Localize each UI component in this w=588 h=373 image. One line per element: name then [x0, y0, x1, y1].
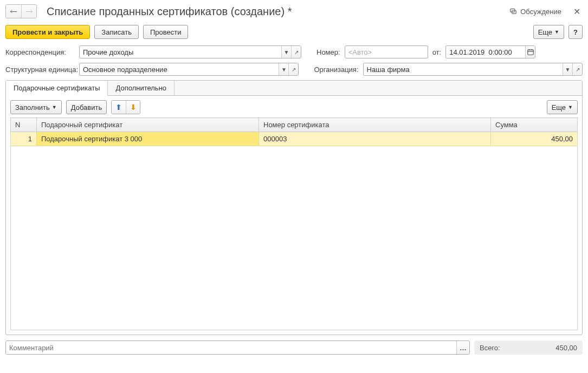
number-label: Номер:: [316, 48, 340, 56]
comment-input[interactable]: [6, 341, 456, 354]
add-button[interactable]: Добавить: [66, 100, 107, 114]
chevron-down-icon[interactable]: ▼: [563, 63, 572, 75]
open-ref-icon[interactable]: ↗: [291, 46, 301, 58]
cell-n[interactable]: 1: [11, 132, 37, 146]
table-row[interactable]: 1 Подарочный сертификат 3 000 000003 450…: [11, 132, 578, 146]
unit-input[interactable]: [80, 63, 279, 75]
move-up-button[interactable]: ⬆: [112, 101, 126, 114]
col-cert[interactable]: Подарочный сертификат: [37, 118, 259, 132]
date-input[interactable]: [446, 46, 525, 58]
total-box: Всего: 450,00: [474, 341, 583, 355]
grid-more-button[interactable]: Еще ▼: [547, 100, 578, 114]
more-button[interactable]: Еще ▼: [533, 25, 564, 39]
total-value: 450,00: [555, 344, 577, 352]
org-field[interactable]: ▼ ↗: [363, 63, 583, 76]
fill-button[interactable]: Заполнить ▼: [10, 100, 62, 114]
col-num[interactable]: Номер сертификата: [259, 118, 491, 132]
post-and-close-button[interactable]: Провести и закрыть: [5, 25, 90, 39]
ellipsis-icon[interactable]: …: [456, 341, 469, 354]
cell-sum[interactable]: 450,00: [491, 132, 578, 146]
tabs: Подарочные сертификаты Дополнительно: [6, 81, 582, 96]
move-row-buttons: ⬆ ⬇: [111, 100, 140, 114]
unit-label: Структурная единица:: [5, 66, 75, 74]
post-button[interactable]: Провести: [143, 25, 189, 39]
nav-buttons: 🡐 🡒: [5, 4, 37, 18]
help-button[interactable]: ?: [568, 25, 583, 39]
col-sum[interactable]: Сумма: [491, 118, 578, 132]
move-down-button[interactable]: ⬇: [126, 101, 140, 114]
org-input[interactable]: [364, 63, 563, 75]
cell-cert[interactable]: Подарочный сертификат 3 000: [37, 132, 259, 146]
org-label: Организация:: [314, 66, 358, 74]
cell-num[interactable]: 000003: [259, 132, 491, 146]
grid-more-label: Еще: [552, 103, 566, 112]
open-ref-icon[interactable]: ↗: [288, 63, 298, 75]
discussion-icon: [509, 8, 517, 15]
number-input[interactable]: [345, 46, 428, 58]
discussion-link[interactable]: Обсуждение: [509, 8, 561, 16]
chevron-down-icon: ▼: [52, 104, 57, 110]
chevron-down-icon[interactable]: ▼: [279, 63, 288, 75]
date-field[interactable]: [445, 45, 535, 58]
fill-label: Заполнить: [15, 103, 50, 112]
correspondence-field[interactable]: ▼ ↗: [79, 45, 301, 58]
correspondence-label: Корреспонденция:: [5, 48, 75, 56]
more-label: Еще: [538, 28, 552, 36]
total-label: Всего:: [480, 344, 500, 352]
number-field[interactable]: [345, 45, 428, 58]
svg-rect-2: [527, 50, 533, 55]
correspondence-input[interactable]: [80, 46, 281, 58]
chevron-down-icon[interactable]: ▼: [281, 46, 291, 58]
grid-empty-area[interactable]: [10, 146, 578, 330]
chevron-down-icon: ▼: [568, 104, 573, 110]
certificates-table[interactable]: N Подарочный сертификат Номер сертификат…: [10, 117, 578, 146]
open-ref-icon[interactable]: ↗: [572, 63, 582, 75]
from-label: от:: [432, 48, 442, 56]
comment-field[interactable]: …: [5, 341, 470, 355]
calendar-icon[interactable]: [525, 46, 535, 58]
page-title: Списание проданных сертификатов (создани…: [47, 5, 509, 18]
unit-field[interactable]: ▼ ↗: [79, 63, 299, 76]
close-icon[interactable]: ✕: [571, 6, 583, 17]
tab-additional[interactable]: Дополнительно: [108, 81, 175, 95]
nav-back-button[interactable]: 🡐: [6, 5, 21, 18]
col-n[interactable]: N: [11, 118, 37, 132]
nav-forward-button: 🡒: [21, 5, 36, 18]
chevron-down-icon: ▼: [554, 29, 559, 35]
tab-gift-certificates[interactable]: Подарочные сертификаты: [6, 81, 108, 96]
discussion-label: Обсуждение: [520, 8, 561, 16]
save-button[interactable]: Записать: [94, 25, 139, 39]
